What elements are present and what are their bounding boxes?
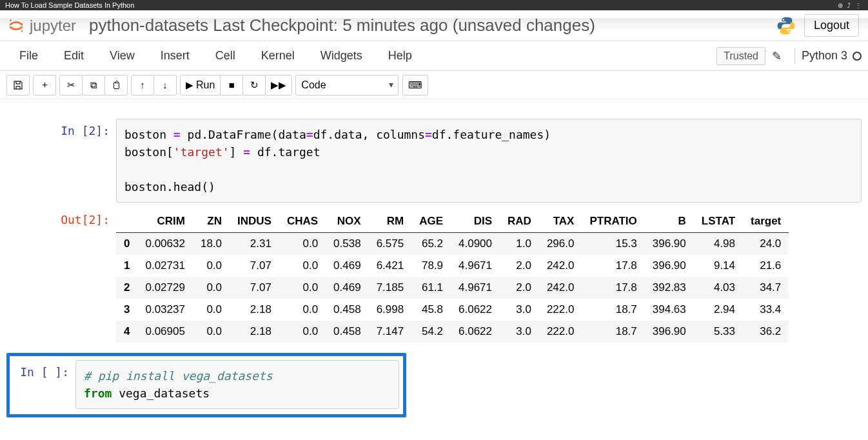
table-cell: 5.33	[694, 321, 743, 343]
dataframe-table: CRIMZNINDUSCHASNOXRMAGEDISRADTAXPTRATIOB…	[116, 210, 789, 343]
menu-help[interactable]: Help	[375, 44, 425, 68]
menu-file[interactable]: File	[6, 44, 51, 68]
notebook-title[interactable]: python-datasets Last Checkpoint: 5 minut…	[89, 15, 776, 35]
kernel-indicator[interactable]: Python 3	[802, 49, 862, 63]
row-index: 1	[116, 255, 137, 277]
table-cell: 65.2	[411, 233, 451, 255]
table-cell: 2.0	[500, 277, 539, 299]
table-cell: 24.0	[743, 233, 789, 255]
row-index: 0	[116, 233, 137, 255]
arrow-up-icon: ↑	[140, 79, 145, 90]
trusted-badge[interactable]: Trusted	[716, 47, 765, 65]
table-cell: 0.0	[279, 255, 326, 277]
add-cell-button[interactable]: ＋	[33, 75, 56, 95]
cut-button[interactable]: ✂	[59, 75, 83, 95]
copy-button[interactable]: ⧉	[82, 75, 105, 95]
table-header: RAD	[500, 210, 539, 233]
browser-tab: How To Load Sample Datasets In Python ⊕ …	[0, 0, 868, 10]
restart-run-all-button[interactable]: ▶▶	[265, 75, 292, 95]
table-cell: 36.2	[743, 321, 789, 343]
row-index: 4	[116, 321, 137, 343]
table-cell: 0.06905	[137, 321, 192, 343]
scissors-icon: ✂	[67, 79, 75, 91]
table-cell: 2.31	[230, 233, 279, 255]
output-prompt: Out[2]:	[6, 208, 116, 343]
table-cell: 4.9671	[451, 277, 500, 299]
checkpoint-status: Last Checkpoint: 5 minutes ago (unsaved …	[208, 15, 595, 35]
table-cell: 396.90	[645, 255, 694, 277]
menu-edit[interactable]: Edit	[51, 44, 97, 68]
copy-icon: ⧉	[90, 79, 97, 91]
table-header: DIS	[451, 210, 500, 233]
table-cell: 6.998	[369, 299, 412, 321]
table-row: 30.032370.02.180.00.4586.99845.86.06223.…	[116, 299, 789, 321]
table-cell: 394.63	[645, 299, 694, 321]
svg-point-1	[21, 30, 23, 32]
restart-icon: ↻	[250, 79, 259, 91]
code-editor[interactable]: boston = pd.DataFrame(data=df.data, colu…	[116, 119, 862, 203]
fast-forward-icon: ▶▶	[271, 79, 286, 91]
table-cell: 0.0	[193, 299, 230, 321]
table-header	[116, 210, 137, 233]
table-cell: 2.18	[230, 299, 279, 321]
menu-insert[interactable]: Insert	[148, 44, 202, 68]
paste-button[interactable]: 📋︎	[104, 75, 128, 95]
table-header: CRIM	[137, 210, 192, 233]
table-cell: 0.0	[279, 299, 326, 321]
table-cell: 0.02729	[137, 277, 192, 299]
table-cell: 0.458	[326, 299, 369, 321]
selected-code-cell[interactable]: In [ ]: # pip install vega_datasets from…	[6, 353, 406, 417]
table-cell: 17.8	[582, 277, 644, 299]
table-cell: 21.6	[743, 255, 789, 277]
code-cell[interactable]: In [2]: boston = pd.DataFrame(data=df.da…	[6, 119, 862, 203]
kernel-status-icon	[853, 52, 862, 61]
table-cell: 0.0	[279, 277, 326, 299]
menu-view[interactable]: View	[97, 44, 148, 68]
jupyter-logo-text: jupyter	[30, 17, 76, 35]
table-cell: 7.07	[230, 255, 279, 277]
logout-button[interactable]: Logout	[804, 14, 859, 37]
notebook-name: python-datasets	[89, 15, 208, 35]
table-cell: 296.0	[539, 233, 582, 255]
table-cell: 6.0622	[451, 321, 500, 343]
move-up-button[interactable]: ↑	[131, 75, 154, 95]
command-palette-button[interactable]: ⌨	[402, 75, 428, 95]
input-prompt-empty: In [ ]:	[14, 360, 75, 409]
table-cell: 0.0	[193, 255, 230, 277]
toolbar: ＋ ✂ ⧉ 📋︎ ↑ ↓ ▶Run ■ ↻ ▶▶ Code ⌨	[0, 71, 868, 99]
table-header: PTRATIO	[582, 210, 644, 233]
menu-cell[interactable]: Cell	[202, 44, 248, 68]
table-cell: 7.185	[369, 277, 412, 299]
edit-icon[interactable]: ✎	[772, 49, 782, 63]
save-button[interactable]	[6, 75, 30, 95]
table-cell: 6.421	[369, 255, 412, 277]
table-cell: 0.0	[193, 277, 230, 299]
table-cell: 0.469	[326, 277, 369, 299]
table-cell: 0.538	[326, 233, 369, 255]
run-button[interactable]: ▶Run	[180, 75, 221, 95]
jupyter-logo[interactable]: jupyter	[6, 16, 76, 35]
svg-point-3	[788, 31, 790, 33]
header: jupyter python-datasets Last Checkpoint:…	[0, 10, 868, 41]
table-header: TAX	[539, 210, 582, 233]
python-logo-icon	[776, 15, 796, 36]
svg-point-0	[10, 19, 12, 21]
table-cell: 0.02731	[137, 255, 192, 277]
table-row: 40.069050.02.180.00.4587.14754.26.06223.…	[116, 321, 789, 343]
code-editor-active[interactable]: # pip install vega_datasets from vega_da…	[75, 360, 399, 409]
interrupt-button[interactable]: ■	[220, 75, 243, 95]
menu-widgets[interactable]: Widgets	[308, 44, 375, 68]
table-cell: 0.0	[193, 321, 230, 343]
table-cell: 3.0	[500, 321, 539, 343]
table-cell: 2.94	[694, 299, 743, 321]
restart-button[interactable]: ↻	[242, 75, 266, 95]
stop-icon: ■	[229, 79, 235, 90]
cell-type-select[interactable]: Code	[295, 75, 399, 95]
move-down-button[interactable]: ↓	[153, 75, 177, 95]
table-cell: 242.0	[539, 277, 582, 299]
browser-tab-title: How To Load Sample Datasets In Python	[5, 1, 134, 9]
menu-kernel[interactable]: Kernel	[248, 44, 308, 68]
table-cell: 3.0	[500, 299, 539, 321]
row-index: 2	[116, 277, 137, 299]
table-header: INDUS	[230, 210, 279, 233]
